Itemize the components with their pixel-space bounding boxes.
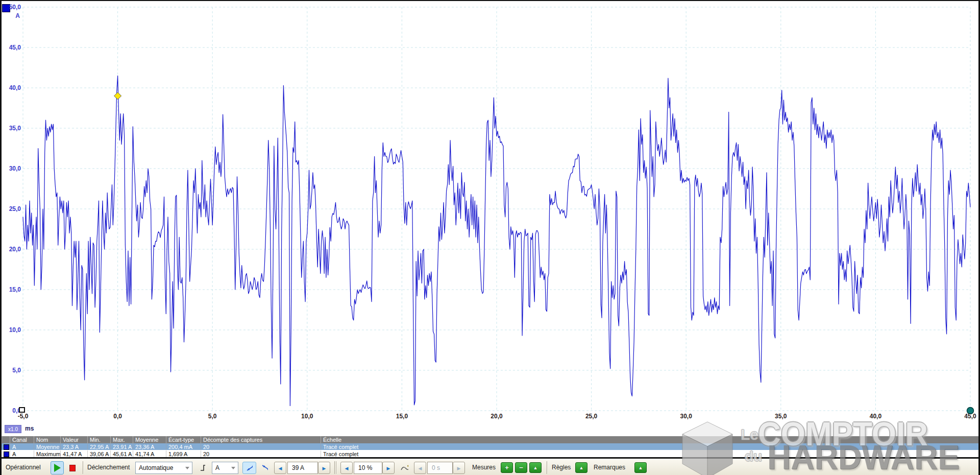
add-measure-button[interactable]: + <box>501 462 513 473</box>
timebase-unit-label: ms <box>25 425 34 432</box>
measurements-table: CanalNomValeurMin.Max.MoyenneÉcart-typeD… <box>2 436 980 457</box>
y-axis-tick: 10,0 <box>3 326 21 334</box>
table-cell: 20 <box>201 450 321 458</box>
table-cell: 45,61 A <box>110 450 133 458</box>
table-cell: Moyenne c.c. <box>34 443 60 450</box>
x-axis-tick: 15,0 <box>390 413 413 420</box>
pretrigger-decrease-button[interactable]: ◀ <box>340 462 353 474</box>
trigger-section-label: Déclenchement <box>87 464 130 471</box>
x-axis-tick: 25,0 <box>580 413 603 420</box>
table-header-row: CanalNomValeurMin.Max.MoyenneÉcart-typeD… <box>2 436 980 443</box>
pretrigger-increase-button[interactable]: ▶ <box>382 462 395 474</box>
y-axis-tick: 35,0 <box>3 125 21 132</box>
stop-icon <box>69 465 76 471</box>
notes-label: Remarques <box>594 464 625 471</box>
trigger-type-icon <box>199 462 205 473</box>
timebase-scale-badge[interactable]: x1.0 <box>5 425 21 433</box>
advanced-trigger-button[interactable] <box>195 461 209 474</box>
delay-decrease-button[interactable]: ◀ <box>414 462 426 474</box>
table-cell: 23,3 A <box>60 443 87 450</box>
y-axis-tick: 45,0 <box>3 44 21 51</box>
trigger-mode-dropdown[interactable]: Automatique <box>135 462 192 474</box>
table-cell <box>2 450 10 458</box>
toolbar-separator <box>547 461 547 474</box>
delay-field[interactable]: 0 s <box>427 462 453 474</box>
trigger-channel-value: A <box>215 464 219 471</box>
table-cell: 1,699 A <box>166 450 201 458</box>
x-axis-tick: 35,0 <box>770 413 792 420</box>
falling-edge-button[interactable] <box>258 462 272 474</box>
measures-label: Mesures <box>472 464 496 471</box>
trigger-diamond-marker[interactable] <box>114 92 121 100</box>
table-cell: Maximum <box>34 450 60 458</box>
table-cell: 20 <box>201 443 321 450</box>
oscilloscope-window: A 50,045,040,035,030,025,020,015,010,05,… <box>0 0 980 475</box>
table-cell: 23,36 A <box>133 443 166 450</box>
table-cell <box>2 443 10 450</box>
table-cell: Nom <box>34 436 60 443</box>
trigger-channel-dropdown[interactable]: A <box>212 462 238 474</box>
y-axis-tick: 20,0 <box>3 246 21 253</box>
x-axis-tick: 45,0 <box>959 413 980 420</box>
delay-increase-button[interactable]: ▶ <box>453 462 465 474</box>
x-axis-tick: 10,0 <box>296 413 318 420</box>
trigger-marker-icon <box>400 463 408 472</box>
table-cell: 200,4 mA <box>166 443 201 450</box>
remove-measure-button[interactable]: − <box>515 462 527 473</box>
table-cell: Échelle <box>321 436 980 443</box>
table-cell: 41,47 A <box>60 450 87 458</box>
table-cell: Tracé complet <box>321 450 980 458</box>
stop-capture-button[interactable] <box>66 461 79 474</box>
table-cell: 23,91 A <box>110 443 133 450</box>
toolbar-separator <box>336 461 336 474</box>
waveform-plot[interactable] <box>2 1 980 436</box>
notes-panel-button[interactable]: ▲ <box>634 462 647 473</box>
rules-label: Règles <box>552 464 571 471</box>
table-row[interactable]: AMoyenne c.c.23,3 A22,95 A23,91 A23,36 A… <box>2 443 980 450</box>
table-cell: 22,95 A <box>87 443 110 450</box>
y-axis-tick: 5,0 <box>3 367 21 374</box>
y-axis-unit: A <box>4 12 20 19</box>
x-axis-tick: 40,0 <box>864 413 887 420</box>
y-axis-tick: 15,0 <box>3 286 21 293</box>
y-axis-tick: 50,0 <box>3 4 21 11</box>
table-cell: 39,06 A <box>87 450 110 458</box>
table-cell: Canal <box>10 436 34 443</box>
table-cell <box>2 436 10 443</box>
threshold-field[interactable]: 39 A <box>287 462 318 474</box>
table-cell: Tracé complet <box>321 443 980 450</box>
channel-color-icon <box>4 452 9 457</box>
rules-panel-button[interactable]: ▲ <box>575 462 587 473</box>
table-cell: A <box>10 443 34 450</box>
status-label: Opérationnel <box>6 464 41 471</box>
falling-edge-icon <box>261 464 268 472</box>
x-axis-tick: 20,0 <box>485 413 508 420</box>
table-cell: A <box>10 450 34 458</box>
table-cell: Décompte des captures <box>201 436 321 443</box>
table-cell: 41,74 A <box>133 450 166 458</box>
chevron-down-icon <box>231 467 235 469</box>
pretrigger-field[interactable]: 10 % <box>354 462 382 474</box>
x-axis-tick: -5,0 <box>12 413 34 420</box>
table-cell: Max. <box>110 436 133 443</box>
threshold-increase-button[interactable]: ▶ <box>318 462 330 474</box>
bottom-toolbar: Opérationnel Déclenchement Automatique A… <box>2 459 980 475</box>
rising-edge-button[interactable] <box>242 462 256 474</box>
start-capture-button[interactable] <box>51 461 64 474</box>
table-cell: Valeur <box>60 436 87 443</box>
channel-color-icon <box>4 444 9 450</box>
trigger-mode-value: Automatique <box>139 464 173 471</box>
chevron-down-icon <box>185 467 189 469</box>
threshold-decrease-button[interactable]: ◀ <box>274 462 286 474</box>
table-cell: Min. <box>87 436 110 443</box>
toolbar-separator <box>83 461 83 474</box>
channel-offset-handle[interactable] <box>19 407 25 413</box>
x-axis-tick: 0,0 <box>107 413 129 420</box>
y-axis-tick: 30,0 <box>3 165 21 172</box>
trigger-marker-button[interactable] <box>397 461 412 474</box>
scope-view: A 50,045,040,035,030,025,020,015,010,05,… <box>2 1 980 436</box>
y-axis-tick: 25,0 <box>3 205 21 212</box>
collapse-measures-button[interactable]: ▲ <box>529 462 542 473</box>
toolbar-separator <box>334 461 335 474</box>
table-cell: Moyenne <box>133 436 166 443</box>
